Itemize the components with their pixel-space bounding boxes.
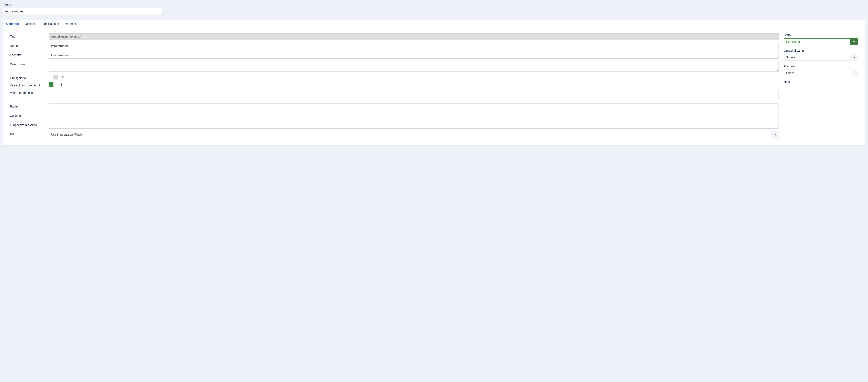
obbligatorio-label: Obbligatorio: [10, 75, 49, 80]
sottomodulo-state: Sì: [61, 83, 63, 86]
tab-generale[interactable]: Generale: [3, 20, 22, 28]
nome-input[interactable]: [49, 43, 779, 49]
stato-select[interactable]: Pubblicato: [784, 38, 858, 45]
stato-label: Stato: [784, 33, 858, 37]
chevron-down-icon: [772, 131, 779, 138]
tab-permessi[interactable]: Permessi: [62, 20, 80, 28]
chevron-down-icon: [851, 54, 858, 61]
tab-opzioni[interactable]: Opzioni: [22, 20, 38, 28]
predefinito-label: Valore predefinito: [10, 90, 49, 95]
colonne-label: Colonne: [10, 112, 49, 117]
colonne-input[interactable]: [49, 112, 779, 119]
chevron-down-icon: [850, 39, 858, 45]
nota-label: Nota: [784, 80, 858, 83]
gruppi-select[interactable]: Scuola: [784, 54, 858, 61]
filtro-select[interactable]: Usa impostazioni Plugin: [49, 131, 779, 138]
stato-value: Pubblicato: [784, 39, 850, 45]
filtro-value: Usa impostazioni Plugin: [51, 133, 83, 136]
righe-label: Righe: [10, 103, 49, 108]
sottomodulo-label: Usa solo in sottomodulo: [10, 82, 49, 87]
predefinito-textarea[interactable]: [49, 90, 779, 100]
etichetta-input[interactable]: [49, 52, 779, 59]
sottomodulo-toggle[interactable]: [49, 82, 58, 87]
filtro-label: Filtro: [10, 131, 49, 136]
descrizione-label: Descrizione: [10, 61, 49, 66]
descrizione-textarea[interactable]: [49, 61, 779, 72]
form-card: Generale Opzioni Pubblicazione Permessi …: [3, 20, 865, 146]
righe-input[interactable]: [49, 103, 779, 110]
nota-input[interactable]: [784, 85, 858, 92]
gruppi-label: Gruppi di campi: [784, 49, 858, 52]
lunghezza-input[interactable]: [49, 122, 779, 129]
tipo-label: Tipo *: [10, 33, 49, 38]
accesso-value: Public: [786, 71, 794, 75]
form-main: Tipo * Nome Etichetta: [10, 33, 779, 138]
form-sidebar: Stato Pubblicato Gruppi di campi Scuola: [784, 33, 858, 138]
chevron-down-icon: [851, 70, 858, 76]
nome-label: Nome: [10, 43, 49, 47]
tabs: Generale Opzioni Pubblicazione Permessi: [3, 20, 865, 28]
gruppi-value: Scuola: [786, 56, 795, 59]
tipo-input: [49, 33, 779, 40]
lunghezza-label: Lunghezza massima: [10, 122, 49, 127]
obbligatorio-state: No: [61, 75, 64, 79]
accesso-select[interactable]: Public: [784, 70, 858, 76]
etichetta-label: Etichetta: [10, 52, 49, 57]
title-input[interactable]: [3, 8, 163, 15]
accesso-label: Accesso: [784, 65, 858, 68]
tab-pubblicazione[interactable]: Pubblicazione: [38, 20, 62, 28]
obbligatorio-toggle[interactable]: [49, 75, 58, 79]
title-label: Titolo *: [3, 3, 865, 6]
